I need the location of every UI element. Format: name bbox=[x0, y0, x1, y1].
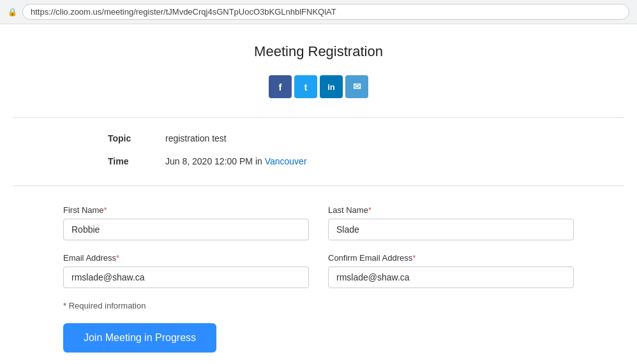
name-row: First Name* Last Name* bbox=[63, 205, 574, 240]
location-link[interactable]: Vancouver bbox=[265, 156, 307, 166]
topic-row: Topic registration test bbox=[108, 133, 529, 143]
divider-mid bbox=[13, 186, 624, 186]
topic-value: registration test bbox=[165, 133, 227, 143]
divider-top bbox=[13, 117, 624, 118]
email-label: Email Address* bbox=[63, 253, 309, 263]
first-name-required-star: * bbox=[104, 205, 107, 215]
required-note-text: Required information bbox=[69, 301, 146, 310]
facebook-share-button[interactable]: f bbox=[269, 75, 292, 98]
time-row: Time Jun 8, 2020 12:00 PM in Vancouver bbox=[108, 156, 529, 166]
linkedin-share-button[interactable]: in bbox=[320, 75, 343, 98]
time-value: Jun 8, 2020 12:00 PM in Vancouver bbox=[165, 156, 307, 166]
email-input[interactable] bbox=[63, 266, 309, 288]
twitter-share-button[interactable]: t bbox=[294, 75, 317, 98]
first-name-group: First Name* bbox=[63, 205, 309, 240]
email-share-button[interactable]: ✉ bbox=[345, 75, 368, 98]
required-note-star: * bbox=[63, 301, 66, 310]
first-name-input[interactable] bbox=[63, 219, 309, 240]
lock-icon: 🔒 bbox=[8, 8, 17, 17]
last-name-required-star: * bbox=[368, 205, 371, 215]
time-text: Jun 8, 2020 12:00 PM in bbox=[165, 156, 265, 166]
page-title: Meeting Registration bbox=[13, 43, 624, 60]
last-name-input[interactable] bbox=[328, 219, 574, 240]
topic-label: Topic bbox=[108, 133, 146, 143]
confirm-email-required-star: * bbox=[412, 253, 416, 263]
last-name-group: Last Name* bbox=[328, 205, 574, 240]
last-name-label: Last Name* bbox=[328, 205, 574, 215]
time-label: Time bbox=[108, 156, 146, 166]
confirm-email-label: Confirm Email Address* bbox=[328, 253, 574, 263]
submit-button[interactable]: Join Meeting in Progress bbox=[63, 323, 216, 353]
email-group: Email Address* bbox=[63, 253, 309, 288]
linkedin-icon: in bbox=[327, 82, 335, 92]
required-note: * Required information bbox=[63, 301, 574, 310]
email-required-star: * bbox=[116, 253, 119, 263]
url-bar[interactable]: https://clio.zoom.us/meeting/register/tJ… bbox=[22, 4, 629, 20]
registration-form: First Name* Last Name* Email Address* bbox=[50, 205, 587, 353]
confirm-email-group: Confirm Email Address* bbox=[328, 253, 574, 288]
first-name-label: First Name* bbox=[63, 205, 309, 215]
meeting-info: Topic registration test Time Jun 8, 2020… bbox=[95, 133, 542, 166]
email-row: Email Address* Confirm Email Address* bbox=[63, 253, 574, 288]
page-content: Meeting Registration f t in ✉ Topic regi… bbox=[0, 24, 637, 364]
social-icons: f t in ✉ bbox=[13, 75, 624, 98]
browser-bar: 🔒 https://clio.zoom.us/meeting/register/… bbox=[0, 0, 637, 24]
confirm-email-input[interactable] bbox=[328, 266, 574, 288]
